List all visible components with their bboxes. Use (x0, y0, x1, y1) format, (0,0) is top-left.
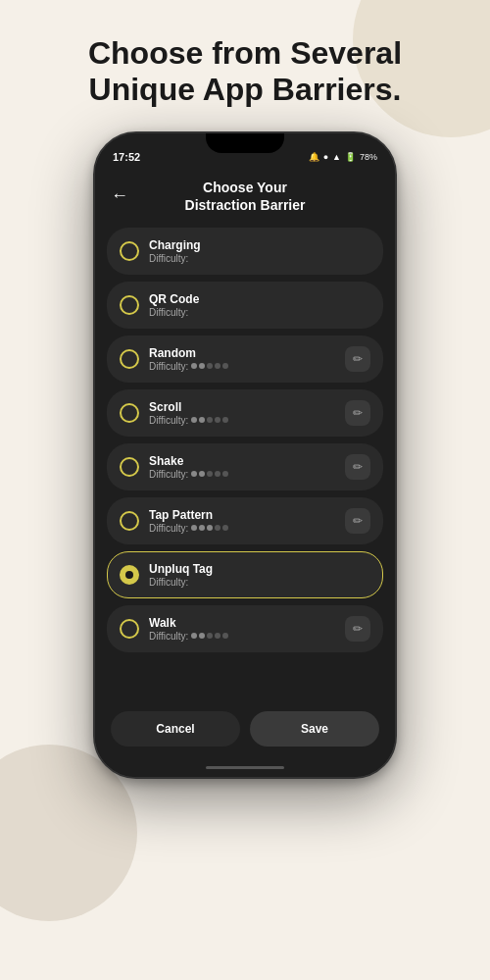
radio-circle (120, 349, 139, 369)
barrier-name: Unpluq Tag (149, 562, 370, 576)
barrier-name: Tap Pattern (149, 508, 335, 522)
barrier-info: WalkDifficulty: (149, 616, 335, 642)
signal-icon: ▲ (332, 152, 341, 162)
barrier-difficulty: Difficulty: (149, 253, 370, 264)
barrier-info: RandomDifficulty: (149, 346, 335, 372)
barrier-name: Shake (149, 454, 335, 468)
save-button[interactable]: Save (250, 711, 379, 747)
app-content: ← Choose Your Distraction Barrier Chargi… (95, 167, 395, 777)
barrier-item[interactable]: QR CodeDifficulty: (107, 282, 383, 329)
screen-title: Choose Your Distraction Barrier (185, 179, 306, 214)
barrier-info: QR CodeDifficulty: (149, 292, 370, 318)
edit-button[interactable]: ✏ (345, 454, 370, 480)
home-indicator-bar (206, 766, 284, 769)
barrier-item[interactable]: Tap PatternDifficulty:✏ (107, 497, 383, 544)
radio-circle (120, 295, 139, 315)
phone-shell: 17:52 🔔 ● ▲ 🔋 78% ← Choose Your Distract… (93, 131, 397, 779)
edit-button[interactable]: ✏ (345, 346, 370, 372)
battery-icon: 🔋 (345, 152, 356, 162)
status-icons: 🔔 ● ▲ 🔋 78% (309, 152, 377, 162)
barrier-item[interactable]: RandomDifficulty:✏ (107, 335, 383, 383)
edit-button[interactable]: ✏ (345, 400, 370, 426)
page-title: Choose from Several Unique App Barriers. (0, 0, 490, 131)
phone-notch (206, 133, 284, 153)
cancel-button[interactable]: Cancel (111, 711, 240, 747)
barrier-info: Tap PatternDifficulty: (149, 508, 335, 534)
barrier-name: Charging (149, 238, 370, 252)
status-time: 17:52 (113, 151, 140, 163)
footer-buttons: Cancel Save (95, 701, 395, 760)
edit-button[interactable]: ✏ (345, 616, 370, 642)
barrier-list: ChargingDifficulty:QR CodeDifficulty:Ran… (95, 222, 395, 701)
home-indicator (95, 760, 395, 777)
barrier-name: Random (149, 346, 335, 360)
barrier-difficulty: Difficulty: (149, 523, 335, 534)
barrier-info: ScrollDifficulty: (149, 400, 335, 426)
radio-circle (120, 403, 139, 423)
radio-circle (120, 565, 139, 585)
radio-circle (120, 241, 139, 261)
radio-circle (120, 511, 139, 531)
barrier-difficulty: Difficulty: (149, 415, 335, 426)
barrier-item[interactable]: Unpluq TagDifficulty: (107, 551, 383, 598)
phone-screen: 17:52 🔔 ● ▲ 🔋 78% ← Choose Your Distract… (95, 133, 395, 777)
barrier-item[interactable]: ChargingDifficulty: (107, 228, 383, 275)
radio-circle (120, 619, 139, 639)
app-header: ← Choose Your Distraction Barrier (95, 167, 395, 222)
wifi-icon: ● (323, 152, 328, 162)
barrier-difficulty: Difficulty: (149, 469, 335, 480)
barrier-name: QR Code (149, 292, 370, 306)
battery-percent: 78% (360, 152, 377, 162)
barrier-info: Unpluq TagDifficulty: (149, 562, 370, 588)
barrier-item[interactable]: ScrollDifficulty:✏ (107, 389, 383, 437)
barrier-difficulty: Difficulty: (149, 577, 370, 588)
radio-circle (120, 457, 139, 477)
barrier-difficulty: Difficulty: (149, 631, 335, 642)
barrier-info: ChargingDifficulty: (149, 238, 370, 264)
barrier-difficulty: Difficulty: (149, 307, 370, 318)
barrier-name: Scroll (149, 400, 335, 414)
barrier-name: Walk (149, 616, 335, 630)
barrier-info: ShakeDifficulty: (149, 454, 335, 480)
barrier-difficulty: Difficulty: (149, 361, 335, 372)
edit-button[interactable]: ✏ (345, 508, 370, 534)
barrier-item[interactable]: WalkDifficulty:✏ (107, 605, 383, 652)
back-button[interactable]: ← (111, 185, 128, 206)
barrier-item[interactable]: ShakeDifficulty:✏ (107, 443, 383, 490)
notification-icon: 🔔 (309, 152, 319, 162)
